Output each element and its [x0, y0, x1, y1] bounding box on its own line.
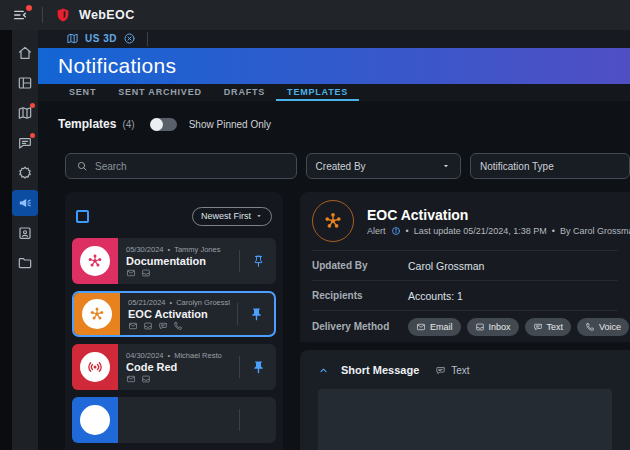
workspace-tab-label[interactable]: US 3D — [85, 33, 117, 44]
chat-icon — [158, 321, 168, 331]
short-message-body[interactable] — [318, 389, 612, 450]
seal-star-icon — [17, 165, 33, 181]
tab[interactable]: SENT ARCHIVED — [107, 84, 213, 101]
pin-filled-icon — [251, 360, 266, 375]
detail-type: Alert — [367, 226, 386, 236]
item-meta: 05/30/2024 Tammy Jones — [126, 245, 239, 254]
sidebar-item[interactable] — [12, 160, 38, 186]
detail-author: By Carol Grossman — [560, 226, 630, 236]
item-actions — [239, 397, 276, 443]
delivery-chips: Email Inbox — [408, 318, 629, 336]
hub-icon — [88, 305, 106, 323]
short-message-channel: Text — [435, 365, 469, 376]
notification-type-select[interactable]: Notification Type — [470, 153, 630, 179]
item-date: 04/30/2024 — [126, 351, 164, 360]
created-by-select[interactable]: Created By — [306, 153, 461, 179]
short-message-header: Short Message Text — [318, 364, 612, 376]
hub-icon — [86, 252, 104, 270]
phone-icon — [173, 321, 183, 331]
delivery-chip[interactable]: Text — [525, 318, 572, 336]
sidebar-item[interactable] — [12, 250, 38, 276]
delivery-chip[interactable]: Voice — [577, 318, 629, 336]
pin-button[interactable] — [246, 360, 270, 375]
bullet-separator — [168, 245, 171, 254]
short-message-title: Short Message — [341, 364, 419, 376]
email-icon — [126, 374, 136, 384]
delivery-chip[interactable]: Email — [408, 318, 461, 336]
item-tile — [74, 293, 120, 335]
detail-title: EOC Activation — [367, 207, 630, 223]
toggle-knob — [150, 118, 163, 131]
tab-label: SENT ARCHIVED — [118, 87, 202, 97]
sort-dropdown[interactable]: Newest First — [192, 207, 272, 226]
list-item[interactable] — [72, 397, 276, 443]
email-icon — [128, 321, 138, 331]
item-channel-icons — [126, 416, 239, 426]
field-value: Accounts: 1 — [408, 290, 463, 302]
item-date: 05/30/2024 — [126, 245, 164, 254]
megaphone-icon — [17, 195, 33, 211]
menu-toggle-button[interactable] — [12, 6, 30, 24]
item-body: 05/21/2024 Carolyn Groessl EOC Activatio… — [120, 293, 237, 335]
field-value: Carol Grossman — [408, 260, 484, 272]
chip-label: Email — [430, 322, 453, 332]
sidebar-item[interactable] — [12, 130, 38, 156]
search-icon — [76, 160, 88, 172]
detail-subtitle: Alert Last update 05/21/2024, 1:38 PM By… — [367, 226, 630, 236]
show-pinned-toggle[interactable] — [151, 118, 177, 131]
item-actions — [239, 344, 276, 390]
item-tile — [72, 238, 118, 284]
template-detail-card: EOC Activation Alert Last update 05/21/2… — [300, 192, 630, 342]
page-title: Notifications — [58, 54, 176, 78]
tab-label: TEMPLATES — [287, 87, 348, 97]
sidebar-item[interactable] — [12, 70, 38, 96]
item-channel-icons — [128, 321, 237, 331]
delivery-chip[interactable]: Inbox — [467, 318, 519, 336]
sidebar-item[interactable] — [12, 100, 38, 126]
list-item[interactable]: 05/30/2024 Tammy Jones Documentation — [72, 238, 276, 284]
chevron-up-icon[interactable] — [318, 365, 329, 376]
chat-icon — [435, 365, 446, 376]
tab[interactable]: TEMPLATES — [276, 84, 359, 101]
select-all-checkbox[interactable] — [76, 210, 89, 223]
short-message-channel-label: Text — [451, 365, 469, 376]
sort-label: Newest First — [201, 211, 251, 221]
item-actions — [239, 238, 276, 284]
pin-button[interactable] — [246, 254, 270, 269]
field-label: Recipients — [312, 290, 408, 301]
detail-panel: EOC Activation Alert Last update 05/21/2… — [300, 192, 630, 450]
templates-bar: Templates (4) Show Pinned Only — [38, 101, 630, 147]
chip-label: Text — [547, 322, 564, 332]
search-box[interactable] — [65, 153, 297, 179]
caret-down-icon — [441, 161, 451, 171]
template-list-pane: Newest First — [65, 192, 283, 450]
list-item[interactable]: 04/30/2024 Michael Resto Code Red — [72, 344, 276, 390]
home-icon — [17, 45, 33, 61]
template-list: 05/30/2024 Tammy Jones Documentation — [72, 238, 276, 450]
sidebar-item[interactable] — [12, 190, 38, 216]
list-item[interactable]: 05/21/2024 Carolyn Groessl EOC Activatio… — [72, 291, 276, 337]
item-tile-circle — [80, 246, 110, 276]
item-meta: 04/30/2024 Michael Resto — [126, 351, 239, 360]
list-header: Newest First — [72, 202, 276, 230]
pin-button[interactable] — [246, 413, 270, 428]
workspace-tab-bar: US 3D — [38, 30, 630, 48]
detail-field-row: Updated By Carol Grossman — [312, 250, 618, 280]
show-pinned-label: Show Pinned Only — [189, 119, 271, 130]
close-circle-icon[interactable] — [123, 32, 136, 45]
sidebar-item[interactable] — [12, 220, 38, 246]
item-body: 04/30/2024 Michael Resto Code Red — [118, 344, 239, 390]
tab[interactable]: SENT — [58, 84, 107, 101]
search-input[interactable] — [95, 161, 286, 172]
divider — [147, 32, 148, 46]
sidebar-item[interactable] — [12, 40, 38, 66]
info-icon[interactable] — [391, 226, 401, 236]
item-author: Michael Resto — [174, 351, 222, 360]
inbox-icon — [475, 322, 485, 332]
tab[interactable]: DRAFTS — [213, 84, 276, 101]
phone-icon — [585, 322, 595, 332]
detail-last-update: Last update 05/21/2024, 1:38 PM — [414, 226, 547, 236]
detail-fields: Updated By Carol Grossman Recipients Acc… — [312, 250, 618, 310]
pin-button[interactable] — [244, 307, 268, 322]
bullet-separator — [170, 298, 173, 307]
